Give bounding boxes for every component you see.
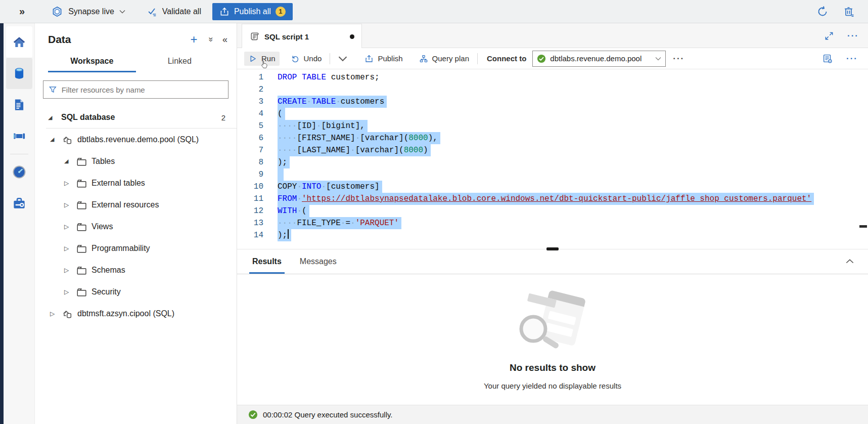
expander-icon[interactable] [64, 223, 71, 230]
collapse-panel-icon[interactable]: « [222, 34, 227, 45]
tree-item-dbtmsft-pool[interactable]: dbtmsft.azsyn.cipool (SQL) [35, 303, 237, 324]
folder-icon [76, 243, 86, 253]
tree-item-external-resources[interactable]: External resources [35, 194, 237, 216]
code-line-text[interactable]: ); [278, 229, 291, 241]
tree-item-programmability[interactable]: Programmability [35, 237, 237, 259]
publish-count-badge: 1 [276, 7, 286, 17]
code-line[interactable]: 8); [237, 156, 868, 168]
sql-code-editor[interactable]: 1DROP TABLE customers;23CREATE·TABLE·cus… [237, 69, 868, 249]
toolbar-more-actions[interactable]: ··· [673, 54, 684, 64]
tab-workspace[interactable]: Workspace [48, 53, 136, 72]
nav-data[interactable] [6, 58, 32, 89]
scrollbar-thumb[interactable] [859, 225, 867, 228]
code-line-text[interactable]: ····FILE_TYPE·=·'PARQUET' [278, 217, 401, 229]
expander-icon[interactable] [64, 288, 71, 295]
expand-editor-icon[interactable] [824, 31, 834, 41]
resource-tree: SQL database 2 dbtlabs.revenue.demo.pool… [35, 107, 237, 324]
expand-panel-chevrons[interactable]: » [19, 6, 25, 17]
expander-icon[interactable] [64, 245, 71, 252]
add-resource-button[interactable]: + [191, 33, 198, 46]
code-line[interactable]: 12WITH·( [237, 205, 868, 217]
code-line-text[interactable]: ( [278, 108, 285, 120]
environment-switcher[interactable]: Synapse live [51, 6, 125, 18]
nav-monitor[interactable] [6, 156, 32, 188]
code-line[interactable]: 14); [237, 229, 868, 241]
folder-icon [76, 265, 86, 275]
expander-icon[interactable] [50, 136, 57, 143]
filter-box[interactable] [43, 80, 229, 99]
line-number: 9 [237, 168, 263, 181]
code-line[interactable]: 5····[ID]·[bigint], [237, 120, 868, 132]
undo-redo-dropdown[interactable] [334, 52, 351, 66]
nav-develop[interactable] [6, 89, 32, 120]
expander-icon[interactable] [64, 180, 71, 187]
code-line-text[interactable]: ····[LAST_NAME]·[varchar](8000) [278, 144, 431, 156]
tab-linked[interactable]: Linked [136, 53, 224, 72]
expander-icon[interactable] [64, 201, 71, 208]
code-line-text[interactable]: CREATE·TABLE·customers [278, 96, 387, 108]
expander-icon[interactable] [50, 310, 57, 317]
tab-messages[interactable]: Messages [297, 257, 340, 274]
connect-to-label: Connect to [487, 54, 526, 63]
tree-item-schemas[interactable]: Schemas [35, 259, 237, 281]
line-number: 10 [237, 181, 263, 193]
tree-item-label: Security [92, 287, 121, 296]
expander-icon[interactable] [64, 158, 71, 164]
code-line-text[interactable]: COPY·INTO·[customers] [278, 181, 382, 193]
chevron-down-icon [119, 10, 125, 14]
code-line[interactable]: 2 [237, 83, 868, 96]
code-line-text[interactable]: FROM·'https://dbtlabsynapsedatalake.blob… [278, 193, 814, 205]
code-line[interactable]: 6····[FIRST_NAME]·[varchar](8000), [237, 132, 868, 144]
code-line-text[interactable]: DROP TABLE customers; [278, 71, 380, 83]
filter-input[interactable] [62, 86, 223, 94]
code-line[interactable]: 3CREATE·TABLE·customers [237, 96, 868, 108]
collapse-results-icon[interactable] [845, 257, 855, 267]
rail-divider [10, 154, 28, 154]
tree-item-dbtlabs-pool[interactable]: dbtlabs.revenue.demo.pool (SQL) [35, 129, 237, 150]
tree-item-label: dbtmsft.azsyn.cipool (SQL) [77, 309, 174, 318]
success-check-icon [248, 410, 258, 419]
discard-trash-icon[interactable] [843, 6, 855, 18]
tab-results[interactable]: Results [249, 257, 285, 274]
tree-item-external-tables[interactable]: External tables [35, 172, 237, 194]
code-line[interactable]: 10COPY·INTO·[customers] [237, 181, 868, 193]
tree-item-security[interactable]: Security [35, 281, 237, 303]
nav-home[interactable] [6, 26, 32, 58]
code-line[interactable]: 4( [237, 108, 868, 120]
code-line-text[interactable]: ····[FIRST_NAME]·[varchar](8000), [278, 132, 440, 144]
properties-icon[interactable] [822, 53, 833, 64]
panel-resize-handle[interactable] [546, 247, 559, 250]
code-line-text[interactable] [278, 168, 284, 181]
undo-button[interactable]: Undo [287, 52, 326, 66]
nav-integrate[interactable] [6, 120, 32, 152]
query-plan-button[interactable]: Query plan [415, 52, 473, 66]
top-command-bar: » Synapse live Validate all Publish all … [0, 0, 868, 23]
refresh-icon[interactable] [816, 6, 829, 18]
line-number: 14 [237, 229, 263, 241]
nav-manage[interactable] [6, 188, 32, 219]
code-line[interactable]: 11FROM·'https://dbtlabsynapsedatalake.bl… [237, 193, 868, 205]
monitor-gauge-icon [12, 164, 27, 180]
publish-button[interactable]: Publish [360, 52, 406, 66]
tab-more-actions[interactable]: ··· [847, 31, 859, 41]
panel-title: Data [48, 33, 71, 46]
pool-selector-dropdown[interactable]: dbtlabs.revenue.demo.pool [532, 51, 666, 67]
publish-all-button[interactable]: Publish all 1 [212, 3, 293, 20]
expander-icon[interactable] [48, 114, 55, 121]
tab-sql-script-1[interactable]: SQL script 1 [242, 24, 362, 49]
code-line-text[interactable]: ); [278, 156, 290, 168]
tree-item-tables[interactable]: Tables [35, 150, 237, 172]
expander-icon[interactable] [64, 267, 71, 274]
code-line-text[interactable]: ····[ID]·[bigint], [278, 120, 368, 132]
code-line[interactable]: 1DROP TABLE customers; [237, 71, 868, 83]
code-line[interactable]: 13····FILE_TYPE·=·'PARQUET' [237, 217, 868, 229]
commandbar-more-actions[interactable]: ··· [846, 54, 858, 64]
code-line[interactable]: 7····[LAST_NAME]·[varchar](8000) [237, 144, 868, 156]
code-line-text[interactable]: WITH·( [278, 205, 309, 217]
code-line[interactable]: 9 [237, 168, 868, 181]
collapse-all-icon[interactable]: « [205, 37, 215, 41]
tree-section-sql-database[interactable]: SQL database 2 [35, 107, 237, 128]
line-number: 5 [237, 120, 263, 132]
tree-item-views[interactable]: Views [35, 216, 237, 237]
validate-all-button[interactable]: Validate all [147, 6, 201, 17]
